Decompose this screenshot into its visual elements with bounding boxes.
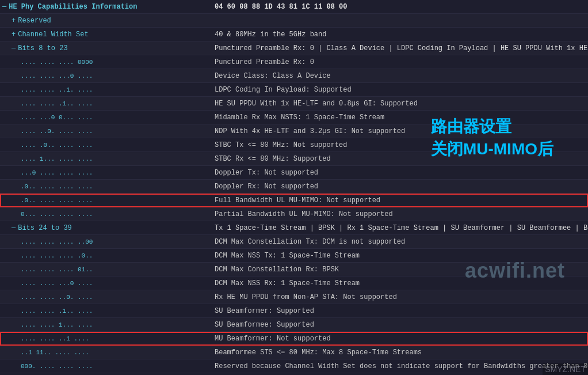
left-cell: — Bits 8 to 23: [0, 44, 210, 52]
table-row[interactable]: .0.. .... .... ....Doppler Rx: Not suppo…: [0, 180, 588, 194]
table-row[interactable]: .... .... .1.. ....SU Beamformer: Suppor…: [0, 304, 588, 318]
row-label: 000. .... .... ....: [21, 363, 93, 370]
table-row[interactable]: + Reserved: [0, 14, 588, 28]
collapse-icon[interactable]: —: [12, 44, 16, 52]
left-cell: .... .... ...0 ....: [0, 280, 210, 287]
table-row[interactable]: .... .... .... 0000Punctured Preamble Rx…: [0, 55, 588, 69]
table-row[interactable]: .... .... ...0 ....DCM Max NSS Rx: 1 Spa…: [0, 276, 588, 290]
row-label: .0.. .... .... ....: [21, 183, 93, 190]
expand-icon[interactable]: +: [12, 31, 16, 39]
right-cell: LDPC Coding In Payload: Supported: [210, 86, 588, 94]
table-row[interactable]: .... 1... .... ....STBC Rx <= 80 MHz: Su…: [0, 152, 588, 166]
right-cell: Midamble Rx Max NSTS: 1 Space-Time Strea…: [210, 113, 588, 122]
collapse-icon[interactable]: —: [2, 3, 6, 11]
right-cell: Doppler Tx: Not supported: [210, 169, 588, 177]
table-row[interactable]: 0... .... .... ....Partial Bandwidth UL …: [0, 207, 588, 221]
right-cell: MU Beamformer: Not supported: [210, 335, 588, 343]
row-label: .... ..0. .... ....: [21, 128, 93, 135]
table-row[interactable]: .... .... ..0. ....Rx HE MU PPDU from No…: [0, 290, 588, 304]
right-cell: Punctured Preamble Rx: 0 | Class A Devic…: [210, 44, 588, 52]
left-cell: .... 1... .... ....: [0, 156, 210, 162]
right-cell: 04 60 08 88 1D 43 81 1C 11 08 00: [210, 3, 588, 11]
row-label: HE Phy Capabilities Information: [9, 3, 137, 11]
left-cell: .... ..0. .... ....: [0, 128, 210, 135]
collapse-icon[interactable]: —: [12, 224, 16, 232]
table-row[interactable]: 000. .... .... ....Reserved because Chan…: [0, 359, 588, 373]
left-cell: .... .... .1.. ....: [0, 308, 210, 315]
row-label: .... .... ..1. ....: [21, 86, 93, 93]
right-cell: Punctured Preamble Rx: 0: [210, 58, 588, 66]
table-row[interactable]: + Channel Width Set40 & 80MHz in the 5GH…: [0, 28, 588, 41]
table-row[interactable]: .0.. .... .... ....Full Bandwidth UL MU-…: [0, 194, 588, 207]
right-cell: DCM Max Constellation Tx: DCM is not sup…: [210, 238, 588, 246]
row-label: ...0 .... .... ....: [21, 169, 93, 176]
left-cell: 0... .... .... ....: [0, 211, 210, 218]
right-cell: SU Beamformee: Supported: [210, 321, 588, 329]
left-cell: .... .... .... .0..: [0, 252, 210, 259]
right-cell: Rx HE MU PPDU from Non-AP STA: Not suppo…: [210, 293, 588, 301]
right-cell: DCM Max NSS Tx: 1 Space-Time Stream: [210, 252, 588, 260]
table-row[interactable]: — Bits 24 to 39Tx 1 Space-Time Stream | …: [0, 221, 588, 235]
table-row[interactable]: .... .... ..1. ....LDPC Coding In Payloa…: [0, 83, 588, 97]
right-cell: NDP With 4x HE-LTF and 3.2µs GI: Not sup…: [210, 127, 588, 135]
table-row[interactable]: .... .... .... ..00DCM Max Constellation…: [0, 235, 588, 249]
table-row[interactable]: .... .... .... 01..DCM Max Constellation…: [0, 263, 588, 276]
left-cell: .0.. .... .... ....: [0, 183, 210, 190]
right-cell: Beamformee STS <= 80 MHz: Max 8 Space-Ti…: [210, 349, 588, 357]
row-label: .... .... .1.. ....: [21, 308, 93, 315]
left-cell: .... .... ...0 ....: [0, 73, 210, 79]
row-label: .... ...0 0... ....: [21, 114, 93, 121]
left-cell: ..1 11.. .... ....: [0, 349, 210, 356]
row-label: .... .... ..0. ....: [21, 294, 93, 301]
right-cell: SU Beamformer: Supported: [210, 307, 588, 315]
table-row[interactable]: .... ..0. .... ....NDP With 4x HE-LTF an…: [0, 124, 588, 138]
row-label: .... .... ...0 ....: [21, 73, 93, 79]
table-row[interactable]: .... .... .... .0..DCM Max NSS Tx: 1 Spa…: [0, 249, 588, 263]
table-row[interactable]: — Bits 8 to 23Punctured Preamble Rx: 0 |…: [0, 41, 588, 55]
table-row[interactable]: .... .... .1.. ....HE SU PPDU With 1x HE…: [0, 97, 588, 111]
right-cell: Tx 1 Space-Time Stream | BPSK | Rx 1 Spa…: [210, 224, 588, 232]
table-row[interactable]: ...0 .... .... ....Doppler Tx: Not suppo…: [0, 166, 588, 180]
left-cell: .0.. .... .... ....: [0, 197, 210, 204]
table-row[interactable]: .... ...0 0... ....Midamble Rx Max NSTS:…: [0, 111, 588, 124]
row-label: Bits 24 to 39: [18, 224, 72, 232]
left-cell: ...0 .... .... ....: [0, 169, 210, 176]
row-label: 0... .... .... ....: [21, 211, 93, 218]
table-row[interactable]: .... .... ..1 ....MU Beamformer: Not sup…: [0, 332, 588, 346]
right-cell: 40 & 80MHz in the 5GHz band: [210, 31, 588, 39]
left-cell: — Bits 24 to 39: [0, 224, 210, 232]
right-cell: DCM Max NSS Rx: 1 Space-Time Stream: [210, 279, 588, 287]
row-label: .... .... ...0 ....: [21, 280, 93, 287]
row-label: Reserved: [18, 17, 51, 25]
right-cell: Full Bandwidth UL MU-MIMO: Not supported: [210, 196, 588, 204]
left-cell: .... .... 1... ....: [0, 321, 210, 328]
right-cell: Doppler Rx: Not supported: [210, 183, 588, 191]
row-label: .0.. .... .... ....: [21, 197, 93, 204]
row-label: Channel Width Set: [18, 31, 88, 39]
row-label: ..1 11.. .... ....: [21, 349, 89, 356]
table-row[interactable]: — HE Phy Capabilities Information04 60 0…: [0, 0, 588, 14]
row-label: .... .... .... ..00: [21, 238, 93, 245]
table-row[interactable]: .... .... 1... ....SU Beamformee: Suppor…: [0, 318, 588, 332]
row-label: .... .... .... 01..: [21, 266, 93, 273]
right-cell: Partial Bandwidth UL MU-MIMO: Not suppor…: [210, 210, 588, 218]
right-cell: STBC Tx <= 80 MHz: Not supported: [210, 141, 588, 149]
main-container: — HE Phy Capabilities Information04 60 0…: [0, 0, 588, 375]
table-row[interactable]: .... .0.. .... ....STBC Tx <= 80 MHz: No…: [0, 138, 588, 152]
left-cell: — HE Phy Capabilities Information: [0, 3, 210, 11]
row-label: .... .... .... .0..: [21, 252, 93, 259]
table-row[interactable]: .... .... ...0 ....Device Class: Class A…: [0, 69, 588, 83]
right-cell: Device Class: Class A Device: [210, 72, 588, 80]
expand-icon[interactable]: +: [12, 17, 16, 25]
row-label: Bits 8 to 23: [18, 44, 67, 52]
left-cell: .... .... .1.. ....: [0, 100, 210, 107]
left-cell: .... .... .... 01..: [0, 266, 210, 273]
row-label: .... .... 1... ....: [21, 321, 93, 328]
row-label: .... 1... .... ....: [21, 156, 93, 162]
left-cell: .... ...0 0... ....: [0, 114, 210, 121]
table-row[interactable]: ..1 11.. .... ....Beamformee STS <= 80 M…: [0, 346, 588, 359]
row-label: .... .... .1.. ....: [21, 100, 93, 107]
left-cell: .... .... .... ..00: [0, 238, 210, 245]
row-label: .... .... ..1 ....: [21, 335, 89, 342]
row-label: .... .0.. .... ....: [21, 142, 93, 149]
